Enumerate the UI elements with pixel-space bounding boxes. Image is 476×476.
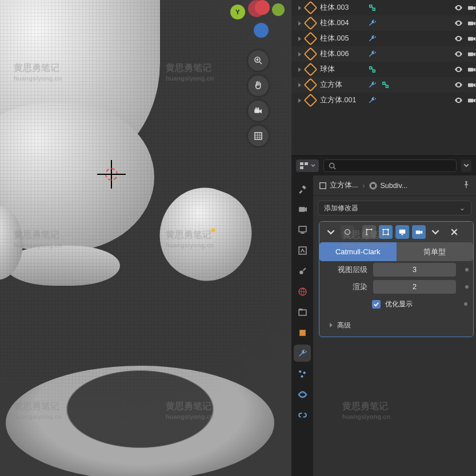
breadcrumb-modifier[interactable]: Subdiv... — [369, 182, 407, 190]
animate-dot[interactable] — [464, 302, 467, 306]
vertexgroup-icon[interactable] — [368, 3, 377, 12]
options-dropdown[interactable] — [461, 159, 471, 172]
advanced-section[interactable]: 高级 — [319, 317, 473, 333]
svg-rect-19 — [300, 162, 303, 165]
collapse-icon[interactable] — [324, 225, 338, 239]
show-in-editmode-icon[interactable] — [379, 225, 393, 239]
modifier-icon[interactable] — [368, 96, 377, 105]
show-on-cage-icon[interactable] — [362, 225, 376, 239]
tab-simple[interactable]: 简单型 — [397, 242, 474, 261]
outliner-row[interactable]: 柱体.005 — [291, 31, 476, 46]
outliner-row[interactable]: 柱体.006 — [291, 46, 476, 62]
disclosure-icon[interactable] — [298, 83, 301, 87]
svg-point-35 — [301, 375, 303, 377]
modifier-icon[interactable] — [368, 81, 377, 89]
add-modifier-dropdown[interactable]: 添加修改器 ⌄ — [318, 201, 471, 215]
render-levels-input[interactable]: 2 — [373, 280, 456, 294]
visibility-icon[interactable] — [454, 81, 463, 89]
zoom-button[interactable] — [248, 50, 269, 71]
tab-collection[interactable] — [294, 303, 311, 321]
perspective-button[interactable] — [248, 126, 269, 146]
field-label: 渲染 — [327, 282, 367, 292]
origin-dot — [211, 229, 215, 232]
tab-output[interactable] — [294, 221, 311, 238]
visibility-icon[interactable] — [454, 96, 463, 105]
tab-constraints[interactable] — [294, 406, 311, 423]
vertexgroup-icon[interactable] — [381, 81, 390, 89]
svg-rect-7 — [255, 133, 262, 139]
modifier-icon[interactable] — [368, 34, 377, 43]
tab-particles[interactable] — [294, 365, 311, 382]
modifier-icon[interactable] — [368, 50, 377, 58]
editor-type-dropdown[interactable] — [296, 159, 319, 172]
mesh-icon — [303, 47, 317, 61]
tab-world[interactable] — [294, 283, 311, 300]
tab-viewlayer[interactable] — [294, 242, 311, 259]
orbit-gizmo[interactable]: Y — [232, 0, 285, 46]
pan-button[interactable] — [248, 75, 269, 96]
viewport-3d[interactable]: 黄思勇笔记huangsiyong.cn 黄思勇笔记huangsiyong.cn … — [0, 0, 291, 476]
renderable-icon[interactable] — [467, 19, 476, 27]
breadcrumb-object[interactable]: 立方体... — [319, 181, 358, 190]
svg-point-33 — [299, 370, 301, 373]
visibility-icon[interactable] — [454, 34, 463, 43]
axis-z[interactable] — [254, 23, 269, 38]
disclosure-icon[interactable] — [298, 52, 301, 57]
tab-scene[interactable] — [294, 262, 311, 279]
visibility-icon[interactable] — [454, 19, 463, 27]
axis-pos[interactable] — [272, 3, 285, 16]
axis-x[interactable] — [255, 0, 270, 15]
tab-render[interactable] — [294, 201, 311, 218]
renderable-icon[interactable] — [467, 50, 476, 58]
visibility-icon[interactable] — [454, 3, 463, 12]
svg-rect-15 — [468, 53, 473, 57]
vertexgroup-icon[interactable] — [368, 65, 377, 74]
field-label: 视图层级 — [327, 265, 367, 275]
outliner-row[interactable]: 立方体 — [291, 77, 476, 93]
renderable-icon[interactable] — [467, 65, 476, 74]
pin-icon[interactable] — [462, 181, 470, 190]
breadcrumb: 立方体... › Subdiv... — [313, 175, 476, 196]
disclosure-icon[interactable] — [298, 67, 301, 72]
svg-point-44 — [371, 229, 373, 230]
animate-dot[interactable] — [465, 285, 469, 289]
show-in-viewport-icon[interactable] — [395, 225, 409, 239]
outliner-row[interactable]: 球体 — [291, 62, 476, 77]
outliner[interactable]: 柱体.003 柱体.004 柱体.005 柱体.00 — [291, 0, 476, 156]
renderable-icon[interactable] — [467, 34, 476, 43]
outliner-row[interactable]: 柱体.004 — [291, 15, 476, 31]
axis-y[interactable]: Y — [230, 5, 245, 19]
svg-rect-21 — [300, 166, 303, 169]
renderable-icon[interactable] — [467, 81, 476, 89]
tab-tool[interactable] — [294, 180, 311, 197]
show-in-render-icon[interactable] — [412, 225, 426, 239]
properties-search[interactable] — [323, 159, 457, 172]
renderable-icon[interactable] — [467, 3, 476, 12]
extras-dropdown-icon[interactable] — [429, 225, 442, 239]
svg-line-1 — [259, 62, 262, 64]
viewport-levels-input[interactable]: 3 — [373, 263, 456, 277]
delete-modifier-icon[interactable] — [447, 225, 461, 239]
renderable-icon[interactable] — [467, 96, 476, 105]
svg-line-23 — [334, 167, 335, 169]
animate-dot[interactable] — [465, 268, 469, 271]
tab-physics[interactable] — [294, 386, 311, 403]
outliner-row[interactable]: 柱体.003 — [291, 0, 476, 15]
visibility-icon[interactable] — [454, 65, 463, 74]
visibility-icon[interactable] — [454, 50, 463, 58]
nav-gizmo[interactable]: Y — [232, 0, 285, 146]
disclosure-icon[interactable] — [298, 6, 301, 10]
camera-button[interactable] — [248, 101, 269, 121]
tab-modifiers[interactable] — [294, 345, 311, 362]
tab-catmull-clark[interactable]: Catmull-Clark — [319, 242, 397, 261]
modifier-icon[interactable] — [368, 19, 377, 27]
disclosure-icon[interactable] — [298, 37, 301, 41]
mesh-icon — [303, 93, 317, 107]
properties-tabs — [291, 175, 313, 476]
outliner-row[interactable]: 立方体.001 — [291, 93, 476, 108]
disclosure-icon[interactable] — [298, 21, 301, 26]
tab-object[interactable] — [294, 324, 311, 341]
modifier-type-icon[interactable] — [341, 225, 354, 239]
disclosure-icon[interactable] — [298, 98, 301, 103]
optimal-display-checkbox[interactable] — [372, 300, 381, 309]
